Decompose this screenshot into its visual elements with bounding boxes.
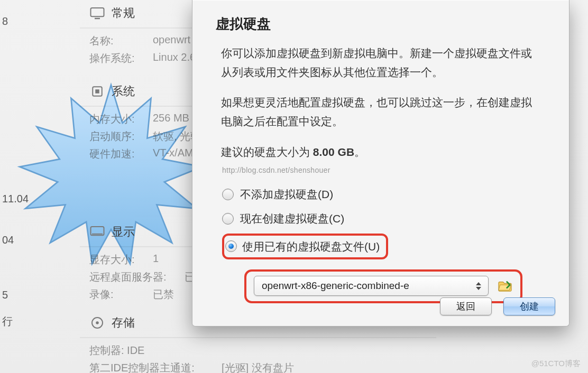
existing-disk-combobox[interactable]: openwrt-x86-generic-combined-e — [254, 276, 489, 296]
radio-icon — [225, 240, 237, 252]
section-title: 存储 — [112, 315, 135, 331]
dialog-title: 虚拟硬盘 — [216, 0, 569, 44]
section-title: 系统 — [112, 83, 135, 99]
combobox-value: openwrt-x86-generic-combined-e — [262, 277, 473, 294]
option-label: 不添加虚拟硬盘(D) — [240, 185, 333, 204]
option-use-existing-disk[interactable]: 使用已有的虚拟硬盘文件(U) — [221, 231, 540, 263]
chip-icon — [89, 85, 105, 98]
browse-folder-button[interactable] — [497, 279, 513, 293]
dialog-paragraph-2: 如果想更灵活地配置虚拟硬盘，也可以跳过这一步，在创建虚拟电脑之后在配置中设定。 — [221, 93, 540, 130]
blog-watermark: http://blog.csdn.net/shenshouer — [222, 164, 540, 177]
svg-rect-2 — [95, 18, 100, 20]
section-title: 常规 — [112, 5, 135, 21]
create-button[interactable]: 创建 — [503, 297, 555, 315]
svg-rect-1 — [91, 8, 104, 16]
stepper-icon — [473, 278, 484, 293]
option-create-disk[interactable]: 现在创建虚拟硬盘(C) — [221, 207, 540, 231]
vm-list-fragments: 8 11.04 04 5 行 行 — [0, 199, 29, 373]
radio-icon — [222, 189, 234, 200]
radio-icon — [222, 213, 234, 225]
option-no-disk[interactable]: 不添加虚拟硬盘(D) — [221, 182, 540, 207]
back-button[interactable]: 返回 — [440, 297, 492, 315]
option-label: 使用已有的虚拟硬盘文件(U) — [242, 237, 380, 256]
option-label: 现在创建虚拟硬盘(C) — [240, 209, 344, 228]
dialog-paragraph-1: 你可以添加虚拟硬盘到新虚拟电脑中。新建一个虚拟硬盘文件或从列表或用文件夹图标从其… — [221, 44, 540, 81]
recommended-size: 建议的硬盘大小为 8.00 GB。 — [221, 143, 540, 162]
storage-icon — [89, 316, 105, 330]
display-icon — [89, 225, 105, 239]
section-title: 显示 — [112, 224, 135, 240]
new-vm-harddisk-dialog: 虚拟硬盘 你可以添加虚拟硬盘到新虚拟电脑中。新建一个虚拟硬盘文件或从列表或用文件… — [192, 0, 569, 327]
svg-rect-4 — [95, 89, 99, 94]
page-watermark: @51CTO博客 — [531, 359, 581, 369]
svg-point-7 — [96, 321, 99, 324]
monitor-icon — [89, 6, 105, 20]
